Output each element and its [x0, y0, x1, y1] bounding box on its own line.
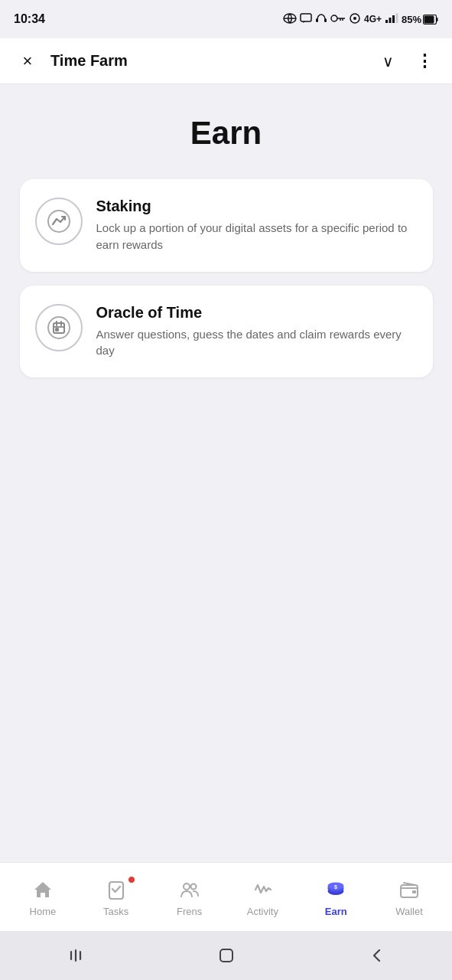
msg-icon [300, 13, 312, 26]
svg-rect-11 [385, 20, 388, 23]
nav-item-frens[interactable]: Frens [163, 877, 216, 917]
app-title: Time Farm [50, 52, 365, 70]
svg-text:$: $ [334, 884, 337, 890]
tasks-icon [104, 877, 128, 902]
recent-apps-button[interactable] [57, 936, 95, 975]
signal-bars-icon [385, 13, 398, 26]
earn-icon: $ [324, 877, 348, 902]
home-button[interactable] [207, 936, 246, 975]
circle-icon [349, 13, 361, 26]
oracle-title: Oracle of Time [96, 304, 418, 322]
more-options-button[interactable]: ⋮ [411, 47, 438, 75]
oracle-text: Oracle of Time Answer questions, guess t… [96, 304, 418, 360]
wallet-label: Wallet [395, 906, 423, 917]
earn-label: Earn [325, 906, 347, 917]
activity-label: Activity [247, 906, 278, 917]
tasks-label: Tasks [103, 906, 128, 917]
system-nav [0, 931, 452, 980]
nav-item-activity[interactable]: Activity [236, 877, 289, 917]
signal-4g-icon: 4G+ [364, 14, 382, 24]
back-button[interactable] [358, 936, 396, 975]
nav-item-earn[interactable]: $ Earn [309, 877, 363, 917]
oracle-icon-wrap [35, 304, 83, 351]
svg-rect-2 [301, 14, 311, 21]
svg-rect-17 [424, 15, 434, 23]
svg-rect-3 [316, 18, 318, 22]
bottom-nav: Home Tasks Frens A [0, 862, 452, 931]
battery-icon: 85% [402, 14, 438, 25]
staking-title: Staking [96, 198, 418, 215]
page-title: Earn [190, 115, 262, 152]
key-icon [330, 13, 346, 26]
svg-rect-38 [220, 949, 233, 962]
home-icon [31, 877, 55, 902]
home-label: Home [30, 906, 57, 917]
svg-rect-34 [412, 890, 416, 893]
svg-point-27 [190, 884, 196, 889]
close-button[interactable]: × [14, 47, 41, 75]
vpn-icon [283, 13, 297, 26]
frens-label: Frens [177, 906, 202, 917]
nav-item-home[interactable]: Home [16, 877, 70, 917]
staking-desc: Lock up a portion of your digital assets… [96, 220, 418, 253]
frens-icon [177, 877, 202, 902]
status-bar: 10:34 [0, 0, 452, 38]
trend-icon [47, 209, 71, 234]
nav-item-wallet[interactable]: Wallet [382, 877, 436, 917]
wallet-icon [397, 877, 421, 902]
calendar-icon [47, 315, 71, 340]
activity-icon [250, 877, 275, 902]
svg-rect-14 [395, 13, 398, 23]
oracle-desc: Answer questions, guess the dates and cl… [96, 326, 418, 360]
svg-point-26 [184, 884, 190, 890]
staking-card[interactable]: Staking Lock up a portion of your digita… [20, 179, 433, 272]
staking-text: Staking Lock up a portion of your digita… [96, 198, 418, 253]
main-content: Earn Staking Lock up a portion of your d… [0, 84, 452, 862]
svg-point-19 [48, 317, 70, 338]
svg-rect-20 [54, 323, 64, 333]
svg-rect-24 [56, 328, 58, 331]
svg-rect-13 [392, 15, 395, 23]
chevron-down-button[interactable]: ∨ [374, 47, 402, 75]
svg-rect-4 [324, 18, 327, 22]
svg-rect-16 [437, 18, 438, 21]
svg-point-5 [331, 15, 337, 21]
svg-rect-12 [389, 18, 391, 23]
nav-item-tasks[interactable]: Tasks [89, 877, 143, 917]
staking-icon-wrap [35, 198, 83, 245]
svg-point-10 [353, 17, 356, 20]
top-nav: × Time Farm ∨ ⋮ [0, 38, 452, 84]
status-time: 10:34 [14, 12, 45, 26]
headphone-icon [315, 13, 327, 26]
tasks-notification-dot [128, 876, 135, 884]
oracle-card[interactable]: Oracle of Time Answer questions, guess t… [20, 286, 433, 378]
status-icons: 4G+ 85% [283, 13, 438, 26]
